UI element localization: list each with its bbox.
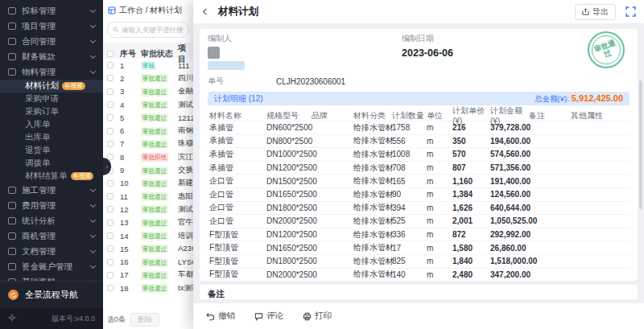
row-checkbox[interactable]	[107, 101, 114, 108]
sidebar-item[interactable]: 出库单	[0, 131, 103, 144]
sidebar-item-label: 采购订单	[25, 106, 59, 117]
list-row[interactable]: 7 审批通过 珠穆朗玛峰	[103, 138, 193, 150]
cell-qty: 1758	[392, 123, 427, 132]
row-checkbox[interactable]	[107, 259, 114, 265]
comment-button[interactable]: 评论	[254, 310, 283, 322]
row-checkbox[interactable]	[107, 232, 114, 239]
list-row[interactable]: 4 审批通过 测试1	[103, 98, 193, 111]
row-checkbox[interactable]	[107, 128, 114, 134]
row-no: 14	[120, 232, 141, 241]
row-checkbox[interactable]	[107, 206, 114, 212]
process-nav-bar[interactable]: 全景流程导航	[0, 281, 103, 308]
list-row[interactable]: 2 审批通过 四川市政项	[103, 72, 193, 84]
list-row[interactable]: 8 审批拒绝 滨江花城10	[103, 150, 193, 163]
list-row[interactable]: 18 审批通过 tx测试2	[103, 282, 193, 294]
cell-amount: 640,644.00	[490, 204, 529, 212]
list-row[interactable]: 17 审批通过 车都大厦	[103, 269, 193, 282]
sidebar-item[interactable]: 资金账户管理	[0, 259, 103, 274]
sidebar-item[interactable]: 采购订单	[0, 105, 103, 118]
status-badge: 审批通过	[141, 179, 168, 188]
cell-spec: DN1200*2500	[266, 163, 312, 172]
cell-qty: 1008	[392, 150, 427, 158]
revoke-button[interactable]: 撤销	[206, 310, 235, 322]
cell-amount: 379,728.00	[490, 123, 529, 132]
menu-folder-icon	[8, 263, 16, 270]
settings-gear-icon[interactable]	[8, 314, 16, 323]
print-button[interactable]: 打印	[303, 310, 332, 322]
list-row[interactable]: 12 审批通过 测试三环路	[103, 203, 193, 216]
cell-amount: 1,518,000.00	[490, 257, 529, 265]
delete-button[interactable]: 删除	[130, 313, 159, 327]
sidebar-item[interactable]: 基础资料	[0, 274, 103, 281]
list-row[interactable]: 14 审批通过 培训425	[103, 229, 193, 242]
export-button[interactable]: 导出	[575, 4, 616, 20]
cell-price: 1,384	[452, 190, 490, 199]
detail-drawer: 材料计划 导出 编制人	[193, 0, 644, 329]
version-label: 版本号:v4.0.0	[52, 314, 95, 324]
row-checkbox[interactable]	[107, 141, 114, 147]
sidebar-item[interactable]: 材料结算单 有视频	[0, 170, 103, 183]
sidebar-item[interactable]: 退货单	[0, 144, 103, 157]
approval-stamp: 审批通过	[588, 31, 625, 68]
search-box[interactable]	[107, 22, 189, 38]
search-icon	[113, 27, 119, 33]
sidebar-item-label: 文档管理	[22, 246, 56, 257]
sidebar-item[interactable]: 商机管理	[0, 228, 103, 244]
row-checkbox[interactable]	[107, 88, 114, 95]
list-row[interactable]: 9 审批通过 交换机	[103, 163, 193, 176]
list-row[interactable]: 5 审批通过 1212	[103, 111, 193, 124]
sidebar-item[interactable]: 财务账款	[0, 49, 103, 64]
search-input[interactable]	[122, 26, 184, 34]
row-project: 测试三环路	[178, 204, 193, 215]
row-checkbox[interactable]	[107, 272, 114, 278]
list-row[interactable]: 11 审批通过 惠阳项目	[103, 190, 193, 203]
select-all-checkbox[interactable]	[107, 51, 114, 57]
drawer-scrollbar[interactable]	[639, 80, 642, 209]
row-checkbox[interactable]	[107, 245, 114, 252]
workbench-grid-icon	[108, 6, 116, 14]
video-badge: 有视频	[62, 82, 85, 90]
fullscreen-icon[interactable]	[625, 6, 636, 17]
row-project: 金融大厦采	[178, 86, 193, 97]
row-checkbox[interactable]	[107, 62, 114, 68]
table-row: 企口管 DN1650*2500 给排水管材 90 m 1,384 124,560…	[208, 187, 630, 201]
sidebar-item[interactable]: 费用管理	[0, 198, 103, 213]
sidebar-item[interactable]: 文档管理	[0, 244, 103, 259]
row-checkbox[interactable]	[107, 114, 114, 121]
breadcrumb[interactable]: 工作台 / 材料计划	[103, 0, 193, 20]
sidebar-item[interactable]: 投标管理	[0, 3, 103, 19]
cell-spec: DN800*2500	[266, 137, 312, 146]
list-row[interactable]: 15 审批通过 A23G2511测	[103, 242, 193, 255]
sidebar-item[interactable]: 施工管理	[0, 183, 103, 198]
list-row[interactable]: 10 审批通过 新建工程-刘	[103, 177, 193, 190]
list-row[interactable]: 3 审批通过 金融大厦采	[103, 85, 193, 98]
sidebar-item[interactable]: 入库单	[0, 118, 103, 131]
sidebar-item[interactable]: 统计分析	[0, 213, 103, 228]
list-footer: 选0条 删除	[103, 310, 193, 329]
row-checkbox[interactable]	[107, 180, 114, 187]
cell-unit: m	[427, 270, 452, 279]
sidebar-item[interactable]: 采购申请	[0, 93, 103, 105]
row-checkbox[interactable]	[107, 193, 114, 199]
sidebar-item[interactable]: 项目管理	[0, 19, 103, 34]
row-checkbox[interactable]	[107, 75, 114, 81]
list-row[interactable]: 6 审批通过 南钢盛达大	[103, 124, 193, 137]
list-row[interactable]: 16 审批通过 LYSC	[103, 255, 193, 268]
row-no: 17	[120, 270, 141, 279]
sidebar-item[interactable]: 材料计划 有视频	[0, 80, 103, 93]
cell-unit: m	[427, 163, 452, 172]
sidebar-item[interactable]: 物料管理	[0, 64, 103, 80]
list-row[interactable]: 1 审核 111	[103, 59, 193, 72]
sidebar-item[interactable]: 调拨单	[0, 157, 103, 170]
row-checkbox[interactable]	[107, 220, 114, 226]
sidebar-item-label: 资金账户管理	[22, 261, 72, 273]
back-icon[interactable]	[201, 8, 208, 15]
list-row[interactable]: 13 审批通过 官牛牛	[103, 216, 193, 229]
sidebar-item[interactable]: 合同管理	[0, 34, 103, 49]
row-checkbox[interactable]	[107, 285, 114, 291]
row-project: 官牛牛	[178, 217, 193, 228]
cell-category: 给排水管材	[353, 149, 392, 160]
status-badge: 审批通过	[141, 101, 168, 109]
row-project: 培训425	[178, 231, 193, 241]
cell-price: 1,840	[452, 257, 490, 265]
